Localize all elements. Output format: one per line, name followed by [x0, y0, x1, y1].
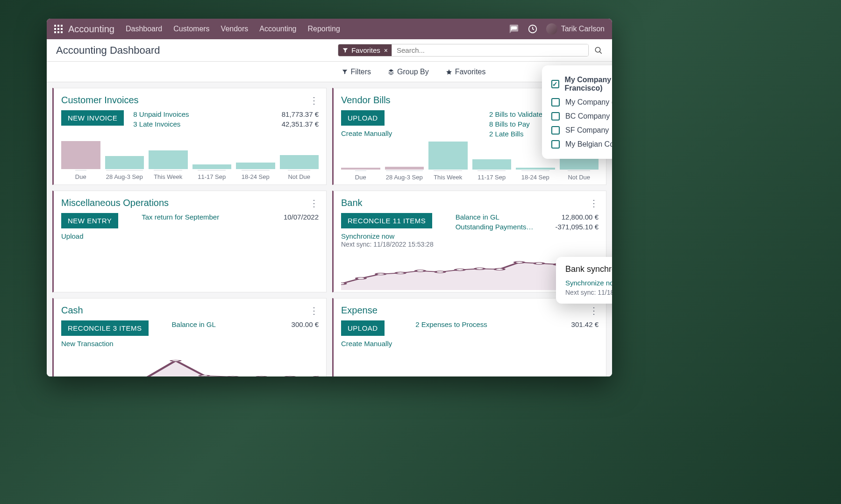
late-amount: 42,351.37 €: [282, 120, 319, 128]
expense-create-link[interactable]: Create Manually: [341, 340, 392, 348]
card-misc-operations: Miscellaneous Operations ⋮ NEW ENTRY Upl…: [52, 191, 327, 292]
avatar[interactable]: [546, 23, 557, 35]
expense-upload-button[interactable]: UPLOAD: [341, 320, 385, 336]
company-item[interactable]: My Company (San Francisco): [551, 73, 612, 95]
user-name[interactable]: Tarik Carlson: [561, 25, 605, 33]
groupby-button[interactable]: Group By: [388, 68, 429, 76]
kebab-icon[interactable]: ⋮: [309, 306, 319, 315]
svg-point-21: [535, 263, 544, 264]
bills-validate-link[interactable]: 2 Bills to Validate: [489, 110, 542, 118]
svg-rect-2: [61, 25, 63, 27]
card-title[interactable]: Expense: [341, 305, 378, 316]
company-label: My Company (San Francisco): [565, 76, 612, 92]
activity-icon[interactable]: [527, 24, 538, 34]
svg-point-11: [341, 283, 346, 284]
svg-rect-6: [54, 31, 56, 33]
search-icon[interactable]: [594, 46, 603, 55]
checkbox-icon[interactable]: [551, 80, 559, 88]
company-label: BC Company: [565, 112, 610, 121]
outstanding-value: -371,095.10 €: [555, 223, 599, 231]
balance-gl-value: 12,800.00 €: [555, 213, 599, 221]
kebab-icon[interactable]: ⋮: [309, 199, 319, 208]
svg-rect-1: [57, 25, 59, 27]
search-chip-favorites[interactable]: Favorites ×: [338, 44, 392, 56]
checkbox-icon[interactable]: [551, 140, 560, 149]
kebab-icon[interactable]: ⋮: [589, 199, 599, 208]
unpaid-invoices-link[interactable]: 8 Unpaid Invoices: [133, 110, 189, 118]
app-name[interactable]: Accounting: [68, 24, 114, 35]
page-title: Accounting Dashboard: [56, 44, 160, 57]
bills-late-link[interactable]: 2 Late Bills: [489, 130, 542, 138]
chip-label: Favorites: [351, 46, 380, 54]
invoices-chart: Due28 Aug-3 SepThis Week11-17 Sep18-24 S…: [61, 148, 319, 180]
svg-point-16: [435, 271, 445, 273]
company-label: My Belgian Company: [565, 140, 612, 149]
expenses-process-link[interactable]: 2 Expenses to Process: [415, 320, 487, 328]
filters-button[interactable]: Filters: [342, 68, 371, 76]
kebab-icon[interactable]: ⋮: [589, 306, 599, 315]
cash-sparkline: [61, 357, 319, 376]
card-title[interactable]: Bank: [341, 198, 363, 208]
sync-popover-title: Bank synchronization: [565, 264, 612, 274]
apps-icon[interactable]: [54, 25, 63, 33]
expense-value: 301.42 €: [571, 320, 599, 328]
new-transaction-link[interactable]: New Transaction: [61, 340, 114, 348]
kebab-icon[interactable]: ⋮: [309, 96, 319, 105]
favorites-button[interactable]: Favorites: [446, 68, 486, 76]
card-title[interactable]: Miscellaneous Operations: [61, 198, 169, 208]
svg-point-33: [285, 376, 295, 376]
svg-point-18: [475, 268, 485, 270]
svg-point-32: [257, 376, 266, 376]
company-item[interactable]: BC Company: [551, 109, 612, 123]
svg-point-30: [200, 375, 209, 376]
nav-accounting[interactable]: Accounting: [259, 25, 296, 33]
nav-dashboard[interactable]: Dashboard: [126, 25, 162, 33]
checkbox-icon[interactable]: [551, 98, 560, 106]
nav-customers[interactable]: Customers: [173, 25, 209, 33]
chat-icon[interactable]: [509, 24, 519, 34]
nav-vendors[interactable]: Vendors: [221, 25, 249, 33]
new-invoice-button[interactable]: NEW INVOICE: [61, 110, 124, 126]
cash-balance-value: 300.00 €: [292, 320, 319, 328]
upload-link[interactable]: Upload: [61, 232, 84, 240]
card-title[interactable]: Cash: [61, 305, 83, 316]
search-bar: Favorites ×: [338, 44, 589, 57]
bills-pay-link[interactable]: 8 Bills to Pay: [489, 120, 542, 128]
checkbox-icon[interactable]: [551, 126, 560, 135]
card-title[interactable]: Vendor Bills: [341, 95, 391, 106]
svg-rect-8: [61, 31, 63, 33]
upload-button[interactable]: UPLOAD: [341, 110, 385, 126]
svg-point-20: [515, 262, 524, 263]
svg-rect-7: [57, 31, 59, 33]
svg-point-31: [228, 376, 237, 376]
sync-now-link[interactable]: Synchronize now: [341, 232, 394, 240]
card-cash: Cash ⋮ RECONCILE 3 ITEMS New Transaction…: [52, 298, 327, 376]
tax-return-link[interactable]: Tax return for September: [142, 213, 219, 221]
bank-sync-popover: Bank synchronization Synchronize now Nex…: [556, 257, 612, 304]
card-title[interactable]: Customer Invoices: [61, 95, 139, 106]
reconcile-button[interactable]: RECONCILE 11 ITEMS: [341, 213, 432, 228]
tax-return-date: 10/07/2022: [284, 213, 319, 221]
svg-rect-3: [54, 28, 56, 30]
balance-gl-link[interactable]: Balance in GL: [456, 213, 534, 221]
reconcile-cash-button[interactable]: RECONCILE 3 ITEMS: [61, 320, 149, 336]
company-item[interactable]: My Company (Chicago): [551, 95, 612, 109]
dashboard-content: Customer Invoices ⋮ NEW INVOICE 8 Unpaid…: [47, 82, 612, 376]
late-invoices-link[interactable]: 3 Late Invoices: [133, 120, 189, 128]
chip-close-icon[interactable]: ×: [384, 47, 388, 54]
create-manually-link[interactable]: Create Manually: [341, 129, 392, 137]
search-input[interactable]: [392, 44, 588, 56]
new-entry-button[interactable]: NEW ENTRY: [61, 213, 118, 228]
svg-rect-0: [54, 25, 56, 27]
company-item[interactable]: SF Company: [551, 123, 612, 137]
svg-point-15: [416, 270, 425, 272]
sync-popover-link[interactable]: Synchronize now: [565, 279, 612, 287]
cash-balance-link[interactable]: Balance in GL: [172, 320, 216, 328]
app-window: Accounting Dashboard Customers Vendors A…: [47, 19, 612, 376]
checkbox-icon[interactable]: [551, 112, 560, 121]
svg-point-17: [455, 269, 464, 271]
outstanding-link[interactable]: Outstanding Payments…: [456, 223, 534, 231]
company-item[interactable]: My Belgian Company: [551, 137, 612, 151]
nav-reporting[interactable]: Reporting: [308, 25, 340, 33]
svg-point-12: [356, 277, 365, 279]
